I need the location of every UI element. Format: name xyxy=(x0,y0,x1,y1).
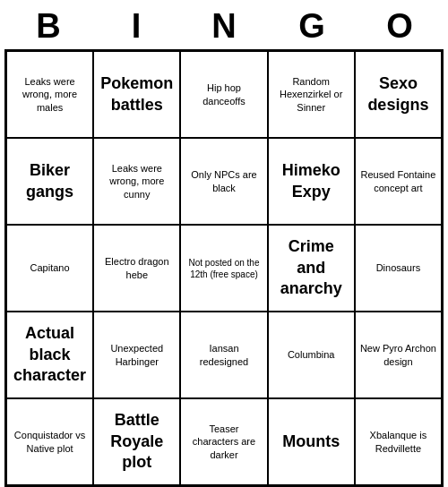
bingo-cell-16[interactable]: Unexpected Harbinger xyxy=(93,312,180,398)
bingo-cell-21[interactable]: Battle Royale plot xyxy=(93,398,180,485)
bingo-cell-15[interactable]: Actual black character xyxy=(6,312,93,398)
bingo-cell-4[interactable]: Sexo designs xyxy=(355,51,442,138)
bingo-cell-0[interactable]: Leaks were wrong, more males xyxy=(6,51,93,138)
bingo-cell-13[interactable]: Crime and anarchy xyxy=(268,225,355,312)
bingo-cell-10[interactable]: Capitano xyxy=(6,225,93,312)
bingo-cell-7[interactable]: Only NPCs are black xyxy=(180,138,267,225)
bingo-letter-n: N xyxy=(184,7,264,46)
bingo-letter-g: G xyxy=(271,7,352,46)
bingo-cell-22[interactable]: Teaser characters are darker xyxy=(180,398,267,485)
bingo-cell-18[interactable]: Columbina xyxy=(268,312,355,398)
bingo-grid: Leaks were wrong, more malesPokemon batt… xyxy=(4,49,444,487)
bingo-cell-14[interactable]: Dinosaurs xyxy=(355,225,442,312)
bingo-cell-19[interactable]: New Pyro Archon design xyxy=(355,312,442,398)
bingo-cell-24[interactable]: Xbalanque is Redvillette xyxy=(355,398,442,485)
bingo-cell-1[interactable]: Pokemon battles xyxy=(93,51,180,138)
bingo-cell-8[interactable]: Himeko Expy xyxy=(268,138,355,225)
bingo-cell-23[interactable]: Mounts xyxy=(268,398,355,485)
bingo-letter-b: B xyxy=(8,7,89,46)
bingo-cell-6[interactable]: Leaks were wrong, more cunny xyxy=(93,138,180,225)
bingo-cell-3[interactable]: Random Hexenzirkel or Sinner xyxy=(268,51,355,138)
bingo-cell-12[interactable]: Not posted on the 12th (free space) xyxy=(180,225,267,312)
bingo-cell-2[interactable]: Hip hop danceoffs xyxy=(180,51,267,138)
bingo-cell-11[interactable]: Electro dragon hebe xyxy=(93,225,180,312)
bingo-cell-5[interactable]: Biker gangs xyxy=(6,138,93,225)
bingo-letter-o: O xyxy=(359,7,440,46)
bingo-cell-9[interactable]: Reused Fontaine concept art xyxy=(355,138,442,225)
bingo-title-row: BINGO xyxy=(4,0,444,49)
bingo-cell-20[interactable]: Conquistador vs Native plot xyxy=(6,398,93,485)
bingo-letter-i: I xyxy=(96,7,177,46)
bingo-cell-17[interactable]: Iansan redesigned xyxy=(180,312,267,398)
